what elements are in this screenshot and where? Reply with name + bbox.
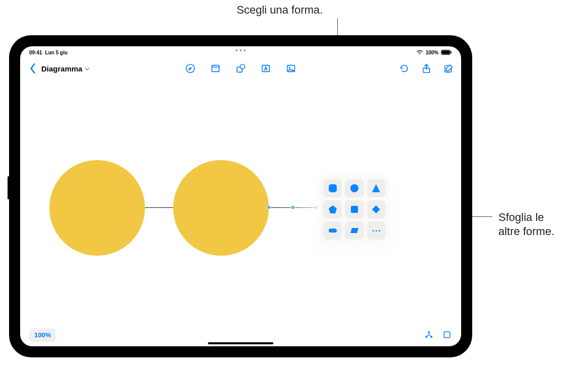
callout-browse-shapes: Sfoglia le altre forme. — [498, 210, 554, 238]
share-button[interactable] — [421, 63, 432, 74]
callout-text-line2: altre forme. — [498, 225, 554, 238]
shape-option-pill[interactable] — [323, 221, 342, 240]
svg-point-7 — [240, 64, 245, 69]
undo-button[interactable] — [399, 63, 410, 74]
svg-rect-2 — [451, 51, 452, 53]
document-title-text: Diagramma — [41, 64, 83, 73]
media-tool-button[interactable] — [285, 63, 297, 74]
battery-icon — [441, 50, 452, 55]
shape-option-diamond[interactable] — [367, 200, 386, 218]
svg-rect-4 — [212, 65, 219, 72]
svg-rect-20 — [444, 332, 450, 338]
frame-button[interactable] — [442, 330, 452, 340]
svg-point-10 — [289, 67, 290, 68]
svg-rect-1 — [442, 51, 450, 54]
shape-option-pentagon[interactable] — [323, 200, 342, 218]
multitask-indicator[interactable] — [236, 49, 246, 51]
svg-rect-15 — [351, 206, 358, 213]
document-title[interactable]: Diagramma — [41, 64, 90, 73]
zoom-level[interactable]: 100% — [29, 328, 56, 342]
graph-view-button[interactable] — [424, 330, 434, 340]
connector-handle-mid[interactable] — [291, 205, 295, 209]
status-left: 09:41 Lun 5 giu — [29, 50, 67, 55]
status-bar: 09:41 Lun 5 giu 100% — [20, 46, 461, 56]
svg-point-14 — [350, 184, 358, 192]
callout-text-line1: Sfoglia le — [498, 211, 544, 223]
toolbar: Diagramma — [20, 58, 461, 79]
connector-line-1[interactable] — [145, 207, 173, 208]
screen: 09:41 Lun 5 giu 100% Diagram — [20, 46, 461, 346]
shape-picker-popover — [319, 175, 390, 244]
connector-handle-end[interactable] — [314, 205, 318, 209]
compose-button[interactable] — [443, 63, 454, 74]
shape-option-square[interactable] — [345, 200, 363, 218]
shape-option-more[interactable] — [367, 221, 386, 240]
status-time: 09:41 — [29, 50, 42, 55]
shape-circle-2[interactable] — [173, 160, 269, 256]
home-indicator[interactable] — [208, 342, 273, 344]
drawing-tool-button[interactable] — [185, 63, 196, 74]
shape-option-circle[interactable] — [345, 179, 363, 197]
shape-option-rounded-square[interactable] — [323, 179, 342, 197]
svg-rect-13 — [329, 184, 337, 192]
ipad-frame: 09:41 Lun 5 giu 100% Diagram — [9, 35, 472, 357]
shape-option-triangle[interactable] — [367, 179, 386, 197]
toolbar-center — [185, 63, 297, 74]
canvas[interactable] — [20, 82, 461, 323]
callout-choose-shape: Scegli una forma. — [237, 3, 323, 17]
bottom-right-controls — [424, 330, 452, 340]
status-date: Lun 5 giu — [45, 50, 67, 55]
wifi-icon — [416, 50, 423, 55]
svg-rect-16 — [329, 229, 337, 233]
toolbar-right — [399, 63, 454, 74]
status-right: 100% — [416, 50, 452, 55]
shapes-tool-button[interactable] — [235, 63, 246, 74]
shape-circle-1[interactable] — [49, 160, 145, 256]
sticky-note-tool-button[interactable] — [210, 63, 221, 74]
battery-percent: 100% — [425, 50, 438, 55]
chevron-down-icon — [85, 64, 90, 73]
connector-handle-start[interactable] — [267, 205, 271, 209]
back-button[interactable] — [27, 63, 38, 74]
svg-point-17 — [428, 331, 430, 333]
shape-option-parallelogram[interactable] — [345, 221, 363, 240]
textbox-tool-button[interactable] — [260, 63, 271, 74]
